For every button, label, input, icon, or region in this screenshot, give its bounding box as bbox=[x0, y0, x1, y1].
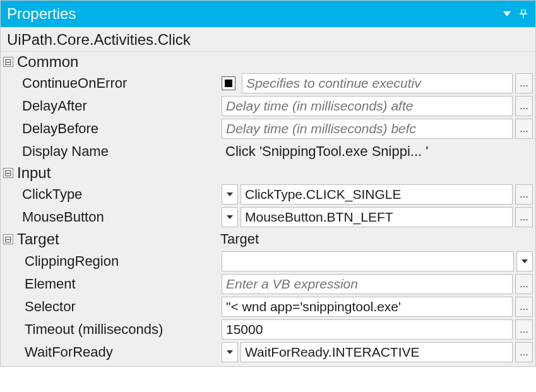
svg-marker-4 bbox=[227, 193, 233, 196]
dropdown-button[interactable] bbox=[516, 251, 533, 271]
properties-panel: Properties UiPath.Core.Activities.Click … bbox=[0, 0, 536, 367]
category-target[interactable]: ⊟ Target Target bbox=[1, 229, 535, 250]
prop-label: Element bbox=[20, 273, 222, 295]
prop-delay-after: DelayAfter ... bbox=[1, 95, 535, 117]
click-type-input[interactable] bbox=[241, 184, 513, 205]
category-label: Input bbox=[17, 164, 51, 182]
timeout-input[interactable] bbox=[222, 319, 513, 340]
prop-clipping-region: ClippingRegion bbox=[1, 250, 535, 273]
svg-marker-7 bbox=[227, 350, 233, 354]
collapse-icon[interactable]: ⊟ bbox=[3, 168, 13, 178]
prop-label: WaitForReady bbox=[20, 341, 222, 364]
prop-mouse-button: MouseButton ... bbox=[1, 206, 535, 229]
continue-on-error-input[interactable] bbox=[242, 73, 513, 93]
category-label: Target bbox=[17, 230, 220, 248]
activity-class-name: UiPath.Core.Activities.Click bbox=[1, 28, 535, 52]
mouse-button-input[interactable] bbox=[241, 207, 513, 227]
prop-label: ClickType bbox=[20, 183, 222, 206]
prop-display-name: Display Name Click 'SnippingTool.exe Sni… bbox=[1, 140, 535, 163]
svg-rect-1 bbox=[521, 9, 525, 14]
dropdown-icon[interactable] bbox=[501, 8, 513, 20]
category-input[interactable]: ⊟ Input bbox=[1, 163, 535, 183]
category-common[interactable]: ⊟ Common bbox=[1, 52, 535, 72]
ellipsis-button[interactable]: ... bbox=[515, 119, 533, 139]
prop-delay-before: DelayBefore ... bbox=[1, 117, 535, 140]
selector-input[interactable] bbox=[222, 297, 513, 317]
prop-label: Display Name bbox=[20, 140, 222, 163]
prop-label: ClippingRegion bbox=[20, 250, 222, 273]
prop-selector: Selector ... bbox=[1, 295, 535, 318]
ellipsis-button[interactable]: ... bbox=[515, 297, 533, 317]
clipping-region-input[interactable] bbox=[222, 251, 514, 271]
prop-label: DelayAfter bbox=[20, 95, 222, 117]
prop-label: Timeout (milliseconds) bbox=[20, 318, 222, 341]
dropdown-button[interactable] bbox=[222, 342, 238, 362]
prop-continue-on-error: ContinueOnError ... bbox=[1, 72, 535, 95]
pin-icon[interactable] bbox=[518, 8, 529, 20]
collapse-icon[interactable]: ⊟ bbox=[3, 57, 13, 67]
prop-label: MouseButton bbox=[20, 206, 222, 229]
continue-on-error-checkbox[interactable] bbox=[222, 76, 235, 90]
collapse-icon[interactable]: ⊟ bbox=[3, 234, 13, 244]
prop-timeout: Timeout (milliseconds) ... bbox=[1, 318, 535, 341]
dropdown-button[interactable] bbox=[222, 184, 238, 205]
target-value: Target bbox=[220, 230, 533, 249]
panel-titlebar: Properties bbox=[1, 1, 535, 27]
ellipsis-button[interactable]: ... bbox=[515, 184, 533, 205]
element-input[interactable] bbox=[222, 274, 513, 294]
prop-click-type: ClickType ... bbox=[1, 183, 535, 206]
ellipsis-button[interactable]: ... bbox=[515, 96, 533, 116]
panel-body: UiPath.Core.Activities.Click ⊟ Common Co… bbox=[1, 27, 535, 366]
prop-label: ContinueOnError bbox=[20, 72, 222, 95]
display-name-value[interactable]: Click 'SnippingTool.exe Snippi... ' bbox=[222, 142, 533, 161]
svg-marker-6 bbox=[521, 259, 528, 263]
delay-before-input[interactable] bbox=[222, 119, 513, 139]
prop-label: DelayBefore bbox=[20, 117, 222, 140]
ellipsis-button[interactable]: ... bbox=[515, 342, 533, 362]
wait-for-ready-input[interactable] bbox=[241, 342, 513, 362]
ellipsis-button[interactable]: ... bbox=[515, 319, 533, 340]
delay-after-input[interactable] bbox=[222, 96, 513, 116]
svg-marker-5 bbox=[227, 215, 233, 219]
dropdown-button[interactable] bbox=[222, 207, 238, 227]
prop-element: Element ... bbox=[1, 273, 535, 295]
ellipsis-button[interactable]: ... bbox=[515, 207, 533, 227]
ellipsis-button[interactable]: ... bbox=[515, 73, 533, 93]
prop-wait-for-ready: WaitForReady ... bbox=[1, 341, 535, 364]
svg-marker-0 bbox=[503, 11, 511, 16]
panel-title: Properties bbox=[7, 5, 76, 23]
ellipsis-button[interactable]: ... bbox=[515, 274, 533, 294]
prop-label: Selector bbox=[20, 295, 222, 318]
category-label: Common bbox=[17, 53, 78, 71]
